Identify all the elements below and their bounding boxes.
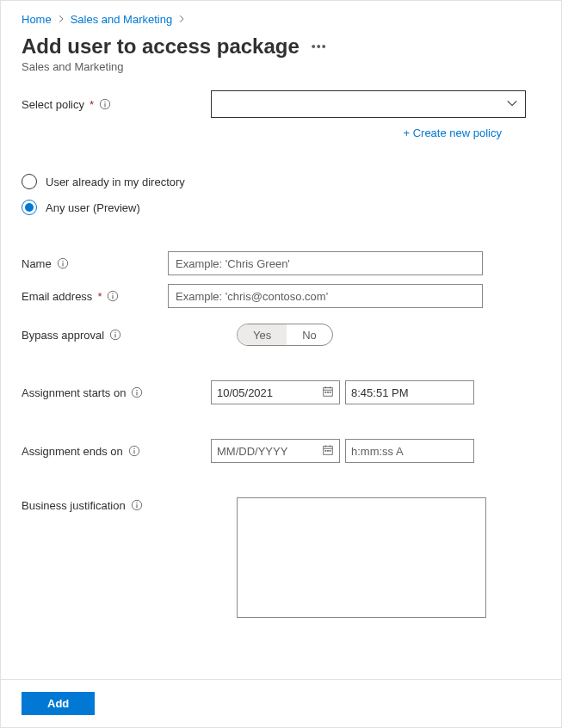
svg-rect-20	[327, 392, 329, 393]
svg-point-4	[62, 261, 63, 262]
breadcrumb-home[interactable]: Home	[22, 13, 52, 26]
date-value: 10/05/2021	[217, 386, 273, 399]
svg-rect-31	[330, 450, 331, 452]
info-icon[interactable]	[128, 445, 140, 457]
ends-time-input[interactable]: h:mm:ss A	[345, 439, 474, 463]
more-icon[interactable]: •••	[312, 40, 327, 53]
svg-rect-30	[327, 450, 329, 452]
svg-point-13	[137, 390, 138, 391]
page-title: Add user to access package	[22, 34, 300, 59]
time-value: 8:45:51 PM	[351, 386, 409, 399]
calendar-icon	[322, 444, 334, 459]
svg-rect-24	[133, 450, 134, 453]
select-policy-label: Select policy	[22, 98, 84, 111]
ends-date-input[interactable]: MM/DD/YYYY	[211, 439, 340, 463]
add-button[interactable]: Add	[22, 692, 95, 715]
radio-user-in-directory[interactable]: User already in my directory	[22, 174, 540, 189]
toggle-no[interactable]: No	[287, 324, 332, 345]
bypass-approval-toggle[interactable]: Yes No	[237, 324, 333, 346]
assignment-starts-label: Assignment starts on	[22, 386, 126, 399]
svg-point-10	[114, 332, 115, 333]
business-justification-input[interactable]	[237, 497, 486, 618]
calendar-icon	[322, 386, 334, 400]
date-placeholder: MM/DD/YYYY	[217, 445, 287, 458]
name-input[interactable]	[168, 251, 483, 275]
email-input[interactable]	[168, 284, 483, 308]
starts-time-input[interactable]: 8:45:51 PM	[345, 380, 474, 404]
svg-rect-11	[115, 334, 116, 337]
chevron-down-icon	[506, 97, 518, 112]
svg-point-7	[113, 293, 114, 294]
info-icon[interactable]	[99, 98, 111, 110]
svg-rect-8	[113, 295, 114, 299]
svg-rect-2	[105, 103, 106, 107]
required-marker: *	[90, 98, 94, 111]
svg-point-1	[104, 102, 105, 102]
time-placeholder: h:mm:ss A	[351, 445, 404, 458]
create-new-policy-link[interactable]: + Create new policy	[403, 126, 502, 139]
business-justification-label: Business justification	[22, 499, 126, 512]
info-icon[interactable]	[131, 386, 143, 398]
radio-any-user[interactable]: Any user (Preview)	[22, 200, 540, 215]
info-icon[interactable]	[57, 257, 69, 269]
breadcrumb-section[interactable]: Sales and Marketing	[71, 13, 173, 26]
footer: Add	[1, 679, 561, 727]
assignment-ends-label: Assignment ends on	[22, 445, 123, 458]
svg-point-33	[136, 503, 137, 503]
chevron-right-icon	[57, 13, 65, 26]
svg-rect-14	[137, 392, 138, 395]
info-icon[interactable]	[131, 499, 143, 511]
svg-rect-5	[62, 262, 63, 266]
breadcrumb: Home Sales and Marketing	[22, 13, 540, 26]
svg-rect-34	[136, 504, 137, 508]
radio-icon	[22, 174, 37, 189]
radio-label: User already in my directory	[46, 176, 185, 188]
required-marker: *	[97, 290, 102, 303]
page-subtitle: Sales and Marketing	[22, 60, 540, 73]
select-policy-dropdown[interactable]	[211, 90, 526, 118]
radio-label: Any user (Preview)	[46, 201, 140, 214]
svg-point-23	[133, 448, 134, 449]
svg-rect-21	[330, 392, 331, 393]
info-icon[interactable]	[109, 329, 121, 341]
svg-rect-19	[325, 392, 327, 393]
bypass-approval-label: Bypass approval	[22, 329, 104, 342]
info-icon[interactable]	[107, 290, 119, 302]
starts-date-input[interactable]: 10/05/2021	[211, 380, 340, 404]
toggle-yes[interactable]: Yes	[238, 324, 287, 345]
svg-rect-29	[325, 450, 327, 452]
name-label: Name	[22, 257, 52, 270]
email-label: Email address	[22, 290, 92, 303]
radio-icon	[22, 200, 37, 215]
chevron-right-icon	[177, 13, 186, 26]
